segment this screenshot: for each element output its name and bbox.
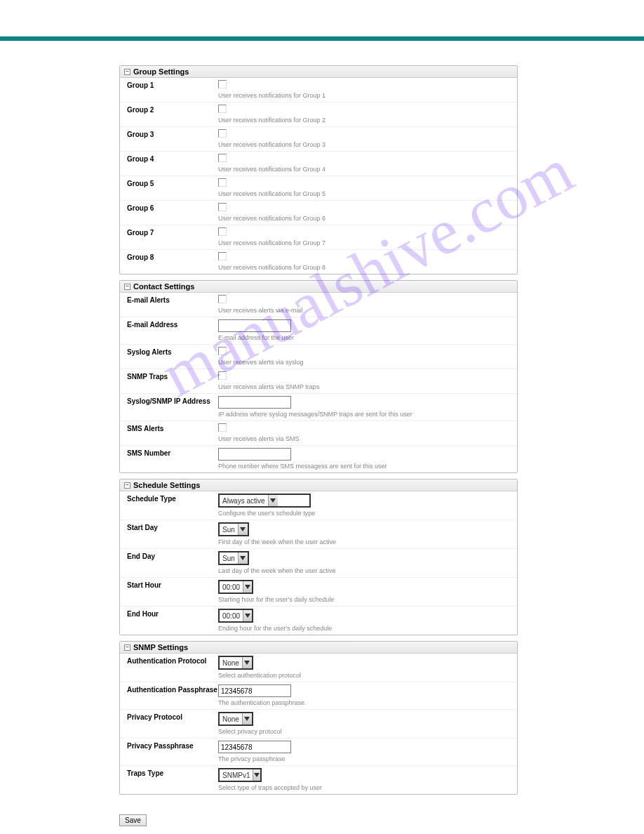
traps-type-row: Traps Type SNMPv1 Select type of traps a… [120, 766, 517, 794]
syslog-alerts-row: Syslog Alerts User receives alerts via s… [120, 345, 517, 369]
group-label: Group 2 [127, 105, 218, 124]
contact-settings-title: Contact Settings [133, 282, 194, 291]
auth-proto-value: None [220, 659, 242, 667]
syslog-alerts-checkbox[interactable] [218, 347, 227, 355]
group-checkbox[interactable] [218, 105, 227, 113]
group-helper: User receives notifications for Group 2 [218, 116, 513, 124]
priv-proto-helper: Select privacy protocol [218, 727, 513, 736]
contact-settings-header[interactable]: − Contact Settings [120, 281, 517, 293]
collapse-icon[interactable]: − [124, 284, 130, 290]
traps-type-select[interactable]: SNMPv1 [218, 768, 262, 782]
group-helper: User receives notifications for Group 3 [218, 140, 513, 149]
group-checkbox[interactable] [218, 80, 227, 88]
sms-number-input[interactable] [218, 448, 291, 461]
auth-proto-label: Authentication Protocol [127, 656, 218, 680]
end-hour-value: 00:00 [220, 612, 243, 620]
group-label: Group 5 [127, 178, 218, 198]
group-label: Group 8 [127, 252, 218, 272]
group-helper: User receives notifications for Group 8 [218, 263, 513, 272]
top-space [0, 0, 644, 37]
start-hour-select[interactable]: 00:00 [218, 580, 253, 594]
snmp-settings-panel: − SNMP Settings Authentication Protocol … [119, 641, 518, 795]
auth-pass-helper: The authentication passphrase [218, 699, 513, 707]
group-helper: User receives notifications for Group 4 [218, 165, 513, 173]
syslog-ip-row: Syslog/SNMP IP Address IP address where … [120, 394, 517, 421]
group-checkbox[interactable] [218, 178, 227, 187]
group-helper: User receives notifications for Group 6 [218, 214, 513, 223]
end-hour-select[interactable]: 00:00 [218, 609, 253, 623]
schedule-type-label: Schedule Type [127, 494, 218, 517]
group-label: Group 3 [127, 129, 218, 149]
snmp-traps-checkbox[interactable] [218, 371, 227, 380]
end-hour-row: End Hour 00:00 Ending hour for the user'… [120, 607, 517, 635]
traps-type-helper: Select type of traps accepted by user [218, 783, 513, 792]
end-day-helper: Last day of the week when the user activ… [218, 567, 513, 575]
group-settings-header[interactable]: − Group Settings [120, 66, 517, 78]
syslog-ip-input[interactable] [218, 396, 291, 409]
save-button[interactable]: Save [119, 814, 147, 826]
schedule-settings-header[interactable]: − Schedule Settings [120, 479, 517, 491]
group-helper: User receives notifications for Group 7 [218, 239, 513, 247]
snmp-traps-helper: User receives alerts via SNMP traps [218, 383, 513, 391]
email-address-input[interactable] [218, 319, 291, 332]
sms-alerts-label: SMS Alerts [127, 423, 218, 443]
group-settings-panel: − Group Settings Group 1User receives no… [119, 65, 518, 274]
priv-pass-input[interactable] [218, 741, 291, 753]
chevron-down-icon [268, 495, 278, 506]
priv-proto-select[interactable]: None [218, 712, 253, 726]
group-checkbox[interactable] [218, 227, 227, 236]
chevron-down-icon [238, 552, 248, 564]
traps-type-value: SNMPv1 [220, 772, 253, 779]
snmp-settings-header[interactable]: − SNMP Settings [120, 642, 517, 654]
end-day-select[interactable]: Sun [218, 551, 249, 565]
syslog-alerts-helper: User receives alerts via syslog [218, 358, 513, 366]
sms-alerts-checkbox[interactable] [218, 423, 227, 432]
syslog-alerts-label: Syslog Alerts [127, 347, 218, 366]
chevron-down-icon [253, 769, 260, 781]
chevron-down-icon [243, 581, 252, 593]
priv-proto-value: None [220, 715, 242, 723]
group-label: Group 1 [127, 80, 218, 100]
settings-form: − Group Settings Group 1User receives no… [119, 65, 518, 834]
email-alerts-checkbox[interactable] [218, 295, 227, 303]
priv-proto-row: Privacy Protocol None Select privacy pro… [120, 710, 517, 739]
start-hour-helper: Starting hour for the user's daily sched… [218, 595, 513, 604]
start-day-select[interactable]: Sun [218, 522, 249, 536]
end-day-label: End Day [127, 551, 218, 575]
group-helper: User receives notifications for Group 1 [218, 91, 513, 100]
snmp-traps-label: SNMP Traps [127, 371, 218, 391]
end-hour-helper: Ending hour for the user's daily schedul… [218, 624, 513, 633]
start-hour-row: Start Hour 00:00 Starting hour for the u… [120, 578, 517, 607]
group-checkbox[interactable] [218, 129, 227, 138]
collapse-icon[interactable]: − [124, 644, 130, 651]
schedule-type-row: Schedule Type Always active Configure th… [120, 491, 517, 520]
group-row: Group 1User receives notifications for G… [120, 78, 517, 102]
sms-number-helper: Phone number where SMS messagess are sen… [218, 462, 513, 470]
schedule-type-select[interactable]: Always active [218, 494, 311, 508]
schedule-settings-title: Schedule Settings [133, 481, 200, 489]
email-alerts-label: E-mail Alerts [127, 295, 218, 315]
email-address-row: E-mail Address E-mail address for the us… [120, 317, 517, 345]
chevron-down-icon [242, 713, 252, 724]
group-checkbox[interactable] [218, 154, 227, 162]
priv-pass-label: Privacy Passphrase [127, 741, 218, 763]
auth-proto-select[interactable]: None [218, 656, 253, 670]
group-settings-title: Group Settings [133, 67, 189, 76]
contact-settings-panel: − Contact Settings E-mail Alerts User re… [119, 280, 518, 473]
group-checkbox[interactable] [218, 203, 227, 211]
group-checkbox[interactable] [218, 252, 227, 260]
email-address-label: E-mail Address [127, 319, 218, 342]
start-day-row: Start Day Sun First day of the week when… [120, 520, 517, 549]
sms-alerts-helper: User receives alerts via SMS [218, 435, 513, 443]
auth-pass-input[interactable] [218, 684, 291, 697]
collapse-icon[interactable]: − [124, 69, 130, 75]
group-label: Group 4 [127, 154, 218, 173]
priv-proto-label: Privacy Protocol [127, 712, 218, 736]
syslog-ip-label: Syslog/SNMP IP Address [127, 396, 218, 418]
collapse-icon[interactable]: − [124, 482, 130, 489]
group-row: Group 5User receives notifications for G… [120, 176, 517, 201]
auth-proto-helper: Select authentication protocol [218, 671, 513, 680]
sms-number-row: SMS Number Phone number where SMS messag… [120, 446, 517, 472]
sms-number-label: SMS Number [127, 448, 218, 470]
chevron-down-icon [243, 610, 252, 621]
